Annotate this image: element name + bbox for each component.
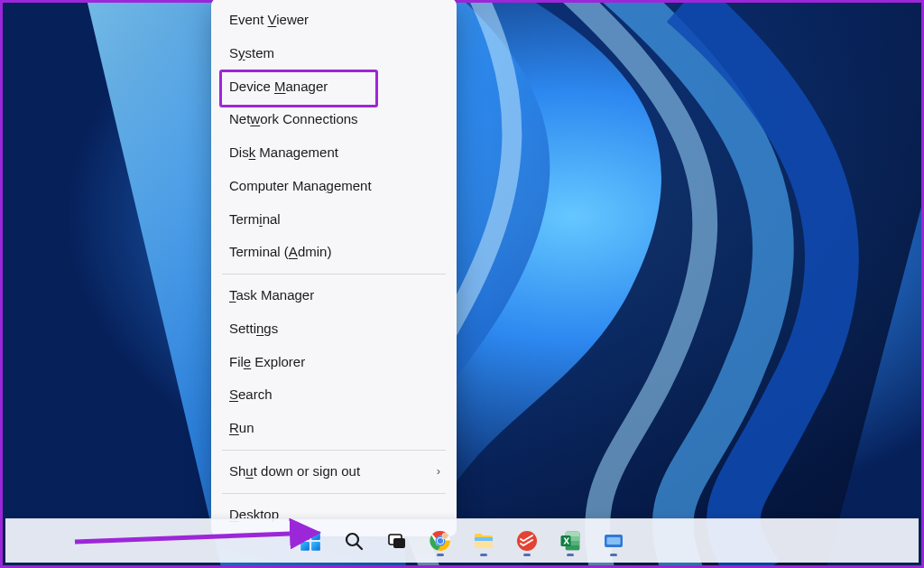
menu-item-settings[interactable]: Settings: [211, 312, 457, 346]
menu-separator: [222, 274, 446, 275]
menu-item-label: Task Manager: [229, 287, 314, 304]
menu-item-shut-down-or-sign-out[interactable]: Shut down or sign out›: [211, 455, 457, 489]
menu-item-label: Terminal: [229, 211, 281, 228]
menu-item-label: Computer Management: [229, 178, 372, 195]
app-icon[interactable]: [596, 524, 631, 558]
menu-item-label: System: [229, 45, 274, 62]
menu-item-terminal[interactable]: Terminal: [211, 203, 457, 237]
svg-point-17: [517, 531, 537, 551]
menu-item-label: Settings: [229, 321, 278, 338]
svg-rect-1: [300, 531, 310, 540]
menu-item-label: Event Viewer: [229, 12, 309, 29]
desktop-wallpaper: [3, 3, 921, 565]
menu-item-label: Disk Management: [229, 144, 338, 162]
menu-separator: [222, 450, 446, 451]
svg-rect-2: [311, 531, 320, 540]
winx-context-menu: Event ViewerSystemDevice ManagerNetwork …: [211, 0, 457, 536]
menu-item-search[interactable]: Search: [211, 378, 457, 412]
file-explorer-icon[interactable]: [467, 524, 501, 558]
menu-item-device-manager[interactable]: Device Manager: [211, 70, 457, 104]
svg-rect-16: [475, 537, 493, 541]
chevron-right-icon: ›: [437, 464, 440, 479]
taskbar: [5, 518, 919, 563]
excel-icon[interactable]: [553, 524, 587, 558]
menu-item-event-viewer[interactable]: Event Viewer: [211, 4, 457, 37]
menu-item-label: Device Manager: [229, 79, 328, 96]
menu-item-computer-management[interactable]: Computer Management: [211, 170, 457, 203]
svg-rect-8: [393, 538, 405, 548]
svg-rect-3: [300, 542, 310, 551]
menu-item-label: Search: [229, 386, 273, 404]
menu-item-label: Run: [229, 420, 254, 437]
menu-item-network-connections[interactable]: Network Connections: [211, 103, 457, 136]
chrome-icon[interactable]: [423, 524, 457, 558]
search-icon[interactable]: [337, 524, 371, 558]
menu-item-system[interactable]: System: [211, 37, 457, 70]
svg-point-14: [443, 534, 448, 538]
menu-item-file-explorer[interactable]: File Explorer: [211, 346, 457, 379]
todoist-icon[interactable]: [510, 524, 544, 558]
svg-rect-4: [311, 542, 320, 551]
menu-item-disk-management[interactable]: Disk Management: [211, 136, 457, 170]
svg-line-6: [357, 545, 363, 550]
menu-item-label: Shut down or sign out: [229, 463, 360, 480]
svg-rect-25: [607, 537, 621, 545]
menu-item-label: File Explorer: [229, 354, 305, 371]
svg-point-12: [438, 538, 443, 544]
task-view-icon[interactable]: [380, 524, 414, 558]
menu-item-label: Terminal (Admin): [229, 244, 331, 261]
screenshot-frame: Event ViewerSystemDevice ManagerNetwork …: [0, 0, 924, 568]
menu-item-task-manager[interactable]: Task Manager: [211, 279, 457, 312]
menu-item-run[interactable]: Run: [211, 412, 457, 445]
menu-item-terminal-admin[interactable]: Terminal (Admin): [211, 236, 457, 269]
start-button[interactable]: [293, 524, 328, 558]
menu-separator: [222, 493, 446, 494]
menu-item-label: Network Connections: [229, 111, 358, 128]
